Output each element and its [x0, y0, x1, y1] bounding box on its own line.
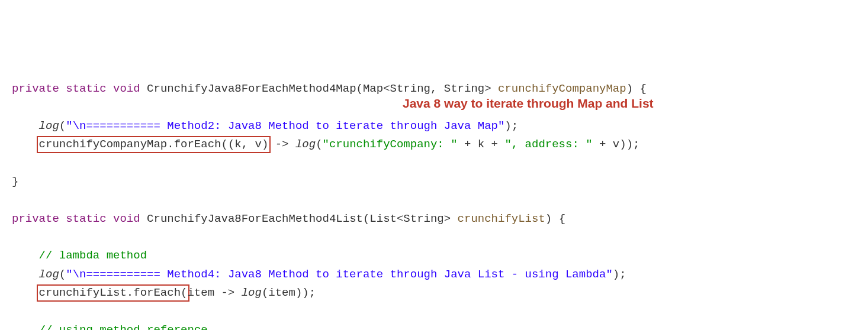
kw-static: static — [66, 212, 106, 225]
kw-void: void — [113, 212, 140, 225]
method-name-2: CrunchifyJava8ForEachMethod4List — [147, 212, 363, 225]
log-string-4: "\n=========== Method4: Java8 Method to … — [66, 268, 613, 281]
kw-private: private — [12, 82, 59, 95]
log-call: log — [295, 138, 316, 151]
annotation-text: Java 8 way to iterate through Map and Li… — [403, 93, 654, 114]
comment-lambda: // lambda method — [39, 249, 147, 262]
log-call: log — [242, 286, 262, 299]
comment-methodref: // using method reference — [39, 323, 208, 330]
close-brace: } — [12, 175, 18, 188]
code-block: private static void CrunchifyJava8ForEac… — [12, 80, 856, 330]
log-call: log — [39, 119, 59, 132]
lambda-params: (k, v) — [228, 138, 268, 151]
log-call: log — [39, 268, 59, 281]
map-var: crunchifyCompanyMap — [39, 138, 168, 151]
log-string-1: "\n=========== Method2: Java8 Method to … — [66, 119, 504, 132]
param-name-2: crunchifyList — [458, 212, 545, 225]
method-name-1: CrunchifyJava8ForEachMethod4Map — [147, 82, 356, 95]
param-type-2: List<String> — [369, 212, 451, 225]
kw-static: static — [66, 82, 106, 95]
highlight-list-foreach-lambda: crunchifyList.forEach( — [37, 284, 190, 302]
kw-private: private — [12, 212, 59, 225]
str-part: ", address: " — [504, 138, 592, 151]
str-part: "crunchifyCompany: " — [323, 138, 458, 151]
kw-void: void — [113, 82, 140, 95]
highlight-map-foreach: crunchifyCompanyMap.forEach((k, v) — [37, 136, 271, 153]
